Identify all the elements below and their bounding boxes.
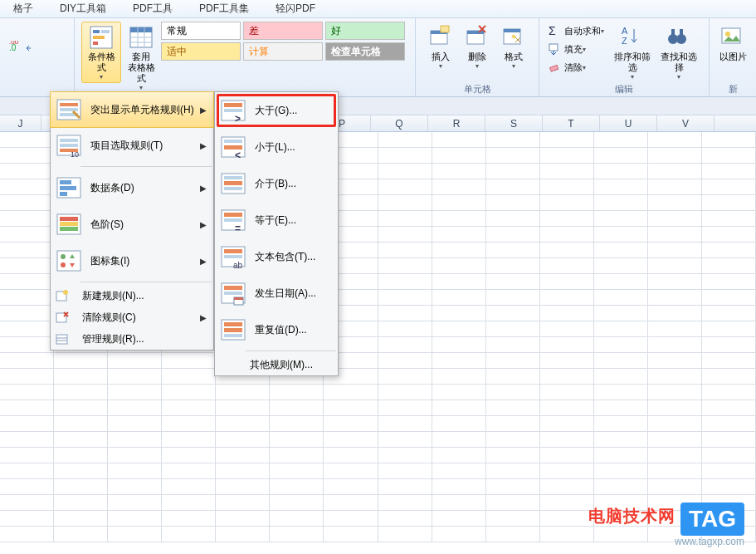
cell[interactable] (648, 321, 702, 336)
cell-styles-gallery[interactable]: 常规 差 好 适中 计算 检查单元格 (161, 22, 405, 61)
cell[interactable] (432, 164, 486, 179)
cell[interactable] (0, 227, 54, 242)
cell[interactable] (648, 400, 702, 415)
clear-button[interactable]: 清除 ▾ (546, 58, 604, 76)
cell[interactable] (0, 321, 54, 336)
cell[interactable] (270, 479, 324, 494)
cell[interactable] (324, 385, 378, 400)
cell[interactable] (702, 164, 756, 179)
grid-row[interactable] (0, 448, 756, 463)
cell[interactable] (432, 306, 486, 321)
cell[interactable] (432, 463, 486, 478)
cell[interactable] (378, 195, 432, 210)
menu-more-rules[interactable]: 其他规则(M)... (215, 354, 338, 375)
cell[interactable] (432, 195, 486, 210)
find-select-button[interactable]: 查找和选择▾ (656, 22, 702, 83)
cell[interactable] (54, 432, 108, 447)
cell[interactable] (432, 416, 486, 431)
menu-item[interactable]: 轻闪PDF (262, 2, 329, 16)
cell[interactable] (378, 527, 432, 542)
cell[interactable] (594, 416, 648, 431)
cell[interactable] (216, 416, 270, 431)
cell[interactable] (648, 195, 702, 210)
style-bad[interactable]: 差 (243, 22, 323, 40)
cell[interactable] (540, 132, 594, 147)
cell[interactable] (0, 258, 54, 273)
cell[interactable] (162, 448, 216, 463)
cell[interactable] (432, 211, 486, 226)
cell[interactable] (108, 400, 162, 415)
cell[interactable] (702, 179, 756, 194)
cell[interactable] (648, 227, 702, 242)
cell[interactable] (702, 432, 756, 447)
cell[interactable] (486, 258, 540, 273)
cell[interactable] (540, 211, 594, 226)
cell[interactable] (540, 179, 594, 194)
cell[interactable] (540, 353, 594, 368)
cell[interactable] (648, 369, 702, 384)
cell[interactable] (270, 416, 324, 431)
cell[interactable] (432, 369, 486, 384)
cell[interactable] (702, 400, 756, 415)
cell[interactable] (432, 337, 486, 352)
col-header[interactable]: J (0, 115, 41, 131)
cell[interactable] (216, 385, 270, 400)
style-good[interactable]: 好 (325, 22, 405, 40)
cell[interactable] (540, 337, 594, 352)
cell[interactable] (108, 448, 162, 463)
cell[interactable] (540, 495, 594, 510)
cell[interactable] (162, 353, 216, 368)
cell[interactable] (378, 400, 432, 415)
cell[interactable] (540, 400, 594, 415)
cell[interactable] (324, 432, 378, 447)
cell[interactable] (216, 432, 270, 447)
cell[interactable] (486, 243, 540, 257)
cell[interactable] (162, 463, 216, 478)
cell[interactable] (540, 448, 594, 463)
cell[interactable] (216, 463, 270, 478)
cell[interactable] (702, 148, 756, 163)
cell[interactable] (486, 306, 540, 321)
cell[interactable] (486, 527, 540, 542)
menu-item[interactable]: 格子 (0, 2, 46, 16)
style-neutral[interactable]: 适中 (161, 42, 241, 61)
cell[interactable] (540, 243, 594, 257)
grid-row[interactable] (0, 432, 756, 448)
cell[interactable] (108, 432, 162, 447)
cell[interactable] (432, 479, 486, 494)
cell[interactable] (0, 385, 54, 400)
col-header[interactable]: Q (371, 115, 428, 131)
cell[interactable] (540, 479, 594, 494)
cell[interactable] (162, 495, 216, 510)
cell[interactable] (702, 195, 756, 210)
cell[interactable] (486, 227, 540, 242)
autosum-button[interactable]: Σ自动求和 ▾ (546, 22, 604, 40)
cell[interactable] (378, 148, 432, 163)
cell[interactable] (486, 353, 540, 368)
cell[interactable] (54, 353, 108, 368)
cell[interactable] (702, 448, 756, 463)
cell[interactable] (432, 353, 486, 368)
cell[interactable] (324, 495, 378, 510)
cell[interactable] (648, 306, 702, 321)
cell[interactable] (162, 479, 216, 494)
col-header[interactable]: T (543, 115, 600, 131)
cell[interactable] (216, 527, 270, 542)
cell[interactable] (648, 353, 702, 368)
cell[interactable] (486, 432, 540, 447)
cell[interactable] (378, 306, 432, 321)
cell[interactable] (702, 243, 756, 257)
cell[interactable] (270, 448, 324, 463)
cell[interactable] (0, 448, 54, 463)
cell[interactable] (702, 479, 756, 494)
cell[interactable] (594, 179, 648, 194)
cell[interactable] (594, 432, 648, 447)
cell[interactable] (540, 385, 594, 400)
cell[interactable] (648, 337, 702, 352)
menu-between[interactable]: 介于(B)... (215, 165, 338, 202)
cell[interactable] (540, 306, 594, 321)
cell[interactable] (540, 369, 594, 384)
cell[interactable] (594, 353, 648, 368)
cell[interactable] (594, 132, 648, 147)
cell[interactable] (648, 432, 702, 447)
